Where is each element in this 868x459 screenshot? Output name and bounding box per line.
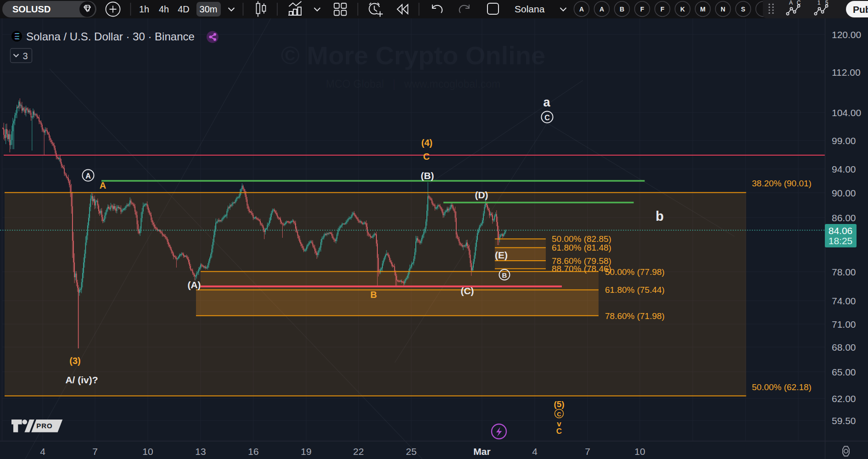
svg-text:4: 4 — [40, 446, 45, 457]
svg-text:90.00: 90.00 — [832, 188, 856, 198]
svg-text:4h: 4h — [159, 4, 169, 14]
svg-text:84.06: 84.06 — [829, 225, 853, 236]
svg-text:71.00: 71.00 — [832, 319, 856, 330]
svg-text:M: M — [700, 6, 706, 13]
svg-text:(E): (E) — [495, 250, 508, 260]
svg-text:120.00: 120.00 — [832, 29, 861, 40]
svg-text:A/ (iv)?: A/ (iv)? — [65, 375, 98, 385]
svg-text:C: C — [557, 411, 561, 418]
svg-text:4: 4 — [532, 446, 538, 457]
svg-text:a: a — [543, 95, 550, 109]
svg-text:16: 16 — [248, 446, 258, 457]
svg-text:74.00: 74.00 — [832, 296, 856, 306]
svg-text:13: 13 — [195, 446, 206, 457]
svg-text:Pub: Pub — [853, 4, 868, 15]
svg-text:7: 7 — [92, 446, 98, 457]
svg-text:C: C — [544, 114, 550, 122]
svg-text:10: 10 — [634, 446, 645, 457]
svg-text:10: 10 — [142, 446, 153, 457]
svg-text:88.70% (78.46): 88.70% (78.46) — [552, 264, 611, 274]
svg-text:4D: 4D — [178, 4, 190, 14]
svg-text:(D): (D) — [475, 190, 488, 200]
svg-text:59.50: 59.50 — [832, 415, 856, 426]
svg-text:C: C — [423, 151, 430, 162]
svg-text:Solana: Solana — [515, 4, 545, 14]
svg-text:86.00: 86.00 — [832, 213, 856, 223]
svg-text:3: 3 — [22, 51, 28, 61]
svg-text:S: S — [741, 6, 745, 13]
svg-text:68.00: 68.00 — [832, 342, 856, 353]
svg-text:112.00: 112.00 — [832, 67, 861, 78]
svg-text:50.00% (77.98): 50.00% (77.98) — [605, 267, 665, 277]
svg-text:1h: 1h — [139, 4, 149, 14]
svg-text:PRO: PRO — [36, 422, 53, 430]
svg-text:b: b — [655, 209, 664, 224]
svg-text:38.20% (90.01): 38.20% (90.01) — [752, 179, 812, 188]
svg-text:61.80% (81.48): 61.80% (81.48) — [552, 243, 611, 252]
svg-text:1: 1 — [818, 0, 821, 6]
svg-text:(C): (C) — [460, 285, 474, 296]
svg-text:78.60% (71.98): 78.60% (71.98) — [605, 311, 665, 321]
svg-text:A: A — [579, 6, 584, 13]
svg-text:61.80% (75.44): 61.80% (75.44) — [605, 285, 665, 295]
svg-text:C: C — [797, 0, 801, 6]
svg-text:22: 22 — [353, 446, 364, 457]
svg-text:25: 25 — [406, 446, 416, 457]
svg-text:F: F — [661, 6, 665, 13]
svg-text:99.00: 99.00 — [832, 135, 856, 146]
svg-text:19: 19 — [301, 446, 311, 457]
svg-text:B: B — [502, 271, 507, 279]
svg-text:94.00: 94.00 — [832, 164, 856, 174]
svg-text:B: B — [370, 290, 377, 300]
svg-text:(4): (4) — [421, 138, 432, 148]
svg-text:MCO Global | www.mcoglobal: MCO Global | www.mcoglobal.com — [326, 78, 500, 90]
svg-text:F: F — [640, 6, 644, 13]
svg-text:5: 5 — [825, 0, 829, 6]
svg-text:A: A — [599, 6, 604, 13]
svg-text:A: A — [100, 180, 106, 190]
svg-text:(B): (B) — [420, 170, 434, 181]
svg-text:A: A — [789, 0, 793, 6]
svg-text:© More Crypto Online: © More Crypto Online — [281, 41, 545, 70]
svg-text:30m: 30m — [200, 4, 218, 14]
svg-text:B: B — [620, 6, 624, 13]
svg-text:18:25: 18:25 — [829, 235, 853, 246]
svg-text:C: C — [556, 427, 562, 436]
svg-text:(A): (A) — [187, 280, 201, 290]
svg-text:SOLUSD: SOLUSD — [12, 4, 50, 14]
svg-text:N: N — [721, 6, 725, 13]
svg-text:104.00: 104.00 — [832, 107, 861, 118]
svg-text:7: 7 — [585, 446, 590, 457]
svg-text:Mar: Mar — [473, 446, 490, 457]
svg-text:65.00: 65.00 — [832, 367, 856, 377]
svg-text:50.00% (62.18): 50.00% (62.18) — [752, 382, 812, 392]
svg-text:Solana / U.S. Dollar · 30 · Bi: Solana / U.S. Dollar · 30 · Binance — [26, 30, 195, 43]
svg-text:(5): (5) — [554, 399, 564, 409]
svg-text:62.00: 62.00 — [832, 393, 856, 404]
svg-text:A: A — [85, 172, 91, 180]
svg-text:78.00: 78.00 — [832, 267, 856, 277]
svg-text:K: K — [680, 6, 685, 13]
svg-text:(3): (3) — [69, 356, 80, 366]
